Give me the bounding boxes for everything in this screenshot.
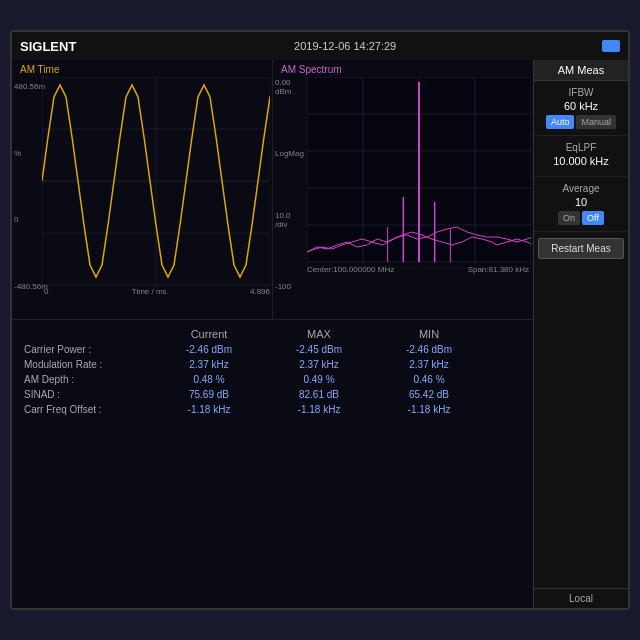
carrier-min: -2.46 dBm <box>374 344 484 355</box>
sidebar-title: AM Meas <box>534 60 628 81</box>
average-label: Average <box>538 183 624 194</box>
main-area: AM Time 480.56m % 0 -480.56m <box>12 60 628 608</box>
amdepth-min: 0.46 % <box>374 374 484 385</box>
table-row: SINAD : 75.69 dB 82.61 dB 65.42 dB <box>24 389 521 400</box>
carrier-max: -2.45 dBm <box>264 344 374 355</box>
sinad-min: 65.42 dB <box>374 389 484 400</box>
carrier-current: -2.46 dBm <box>154 344 264 355</box>
status-icon <box>602 40 620 52</box>
ifbw-manual-btn[interactable]: Manual <box>576 115 616 129</box>
spectrum-chart-title: AM Spectrum <box>275 62 531 77</box>
row-label-modrate: Modulation Rate : <box>24 359 154 370</box>
x-label-end: 4.896 <box>250 287 270 296</box>
col-header-min: MIN <box>374 328 484 340</box>
center-freq-label: Center:100.000000 MHz <box>307 265 394 274</box>
carrfreq-current: -1.18 kHz <box>154 404 264 415</box>
carrfreq-max: -1.18 kHz <box>264 404 374 415</box>
average-value: 10 <box>538 196 624 208</box>
sidebar-section-eqlpf: EqLPF 10.000 kHz <box>534 136 628 177</box>
sidebar: AM Meas IFBW 60 kHz Auto Manual EqLPF 10… <box>533 60 628 608</box>
x-label-unit: Time / ms <box>132 287 167 296</box>
charts-row: AM Time 480.56m % 0 -480.56m <box>12 60 533 320</box>
col-header-current: Current <box>154 328 264 340</box>
data-table: Current MAX MIN Carrier Power : -2.46 dB… <box>24 328 521 415</box>
y-label-pct: % <box>14 149 48 158</box>
logo: SIGLENT <box>20 39 76 54</box>
eqlpf-label: EqLPF <box>538 142 624 153</box>
modrate-min: 2.37 kHz <box>374 359 484 370</box>
span-label: Span:81.380 kHz <box>468 265 529 274</box>
sidebar-section-average: Average 10 On Off <box>534 177 628 232</box>
carrfreq-min: -1.18 kHz <box>374 404 484 415</box>
y-label-zero: 0 <box>14 215 48 224</box>
row-label-carrfreq: Carr Freq Offset : <box>24 404 154 415</box>
sinad-max: 82.61 dB <box>264 389 374 400</box>
table-row: AM Depth : 0.48 % 0.49 % 0.46 % <box>24 374 521 385</box>
sidebar-section-ifbw: IFBW 60 kHz Auto Manual <box>534 81 628 136</box>
average-off-btn[interactable]: Off <box>582 211 604 225</box>
sp-y-bot: -100 <box>275 282 304 291</box>
main-screen: SIGLENT 2019-12-06 14:27:29 AM Time 480.… <box>10 30 630 610</box>
ifbw-toggle-row: Auto Manual <box>538 115 624 129</box>
table-row: Carr Freq Offset : -1.18 kHz -1.18 kHz -… <box>24 404 521 415</box>
ifbw-label: IFBW <box>538 87 624 98</box>
row-label-sinad: SINAD : <box>24 389 154 400</box>
amdepth-max: 0.49 % <box>264 374 374 385</box>
header: SIGLENT 2019-12-06 14:27:29 <box>12 32 628 60</box>
table-row: Modulation Rate : 2.37 kHz 2.37 kHz 2.37… <box>24 359 521 370</box>
eqlpf-value: 10.000 kHz <box>538 155 624 167</box>
y-label-bot: -480.56m <box>14 282 48 291</box>
sp-y-div: 10.0/div <box>275 211 304 229</box>
sidebar-spacer <box>534 265 628 588</box>
spectrum-chart-panel: AM Spectrum 0.00dBm LogMag 10.0/div -100 <box>273 60 533 319</box>
data-panel: Current MAX MIN Carrier Power : -2.46 dB… <box>12 320 533 608</box>
table-row: Carrier Power : -2.46 dBm -2.45 dBm -2.4… <box>24 344 521 355</box>
sinad-current: 75.69 dB <box>154 389 264 400</box>
ifbw-auto-btn[interactable]: Auto <box>546 115 575 129</box>
row-label-carrier: Carrier Power : <box>24 344 154 355</box>
col-header-max: MAX <box>264 328 374 340</box>
y-label-top: 480.56m <box>14 82 48 91</box>
row-label-amdepth: AM Depth : <box>24 374 154 385</box>
datetime: 2019-12-06 14:27:29 <box>96 40 594 52</box>
sp-y-top: 0.00dBm <box>275 78 304 96</box>
modrate-current: 2.37 kHz <box>154 359 264 370</box>
restart-meas-button[interactable]: Restart Meas <box>538 238 624 259</box>
time-chart-svg <box>42 77 270 287</box>
time-chart-panel: AM Time 480.56m % 0 -480.56m <box>12 60 273 319</box>
content-area: AM Time 480.56m % 0 -480.56m <box>12 60 533 608</box>
modrate-max: 2.37 kHz <box>264 359 374 370</box>
sp-y-mid: LogMag <box>275 149 304 158</box>
amdepth-current: 0.48 % <box>154 374 264 385</box>
average-on-btn[interactable]: On <box>558 211 580 225</box>
ifbw-value: 60 kHz <box>538 100 624 112</box>
spectrum-chart-svg <box>307 77 531 265</box>
local-label: Local <box>534 588 628 608</box>
time-chart-title: AM Time <box>14 62 270 77</box>
average-toggle-row: On Off <box>538 211 624 225</box>
col-headers: Current MAX MIN <box>154 328 521 340</box>
